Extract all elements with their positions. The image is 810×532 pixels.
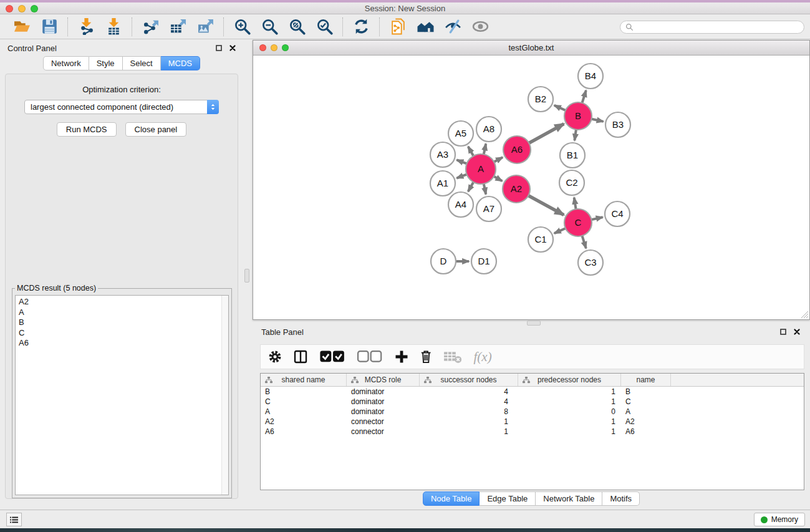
deselect-all-button[interactable] <box>357 347 382 366</box>
graph-node-B2[interactable]: B2 <box>528 87 553 112</box>
list-icon <box>9 516 19 524</box>
table-tab-node-table[interactable]: Node Table <box>423 491 480 506</box>
export-image-button[interactable] <box>195 17 216 37</box>
table-tab-network-table[interactable]: Network Table <box>536 491 602 506</box>
graph-edge-C-C1[interactable] <box>554 228 567 233</box>
graph-node-C4[interactable]: C4 <box>605 201 630 226</box>
import-table-button[interactable] <box>103 17 124 37</box>
graph-edge-A2-C[interactable] <box>528 195 564 215</box>
table-row[interactable]: A6connector11A6 <box>261 427 804 437</box>
close-panel-pushbutton[interactable]: Close panel <box>125 122 187 137</box>
network-close-button[interactable] <box>259 44 266 51</box>
graph-node-D1[interactable]: D1 <box>471 249 496 274</box>
select-all-button[interactable] <box>319 347 345 366</box>
hide-panel-button[interactable] <box>442 17 463 37</box>
graph-node-A6[interactable]: A6 <box>503 136 531 163</box>
column-layout-button[interactable] <box>294 347 307 366</box>
table-row[interactable]: A2connector11A2 <box>261 417 804 427</box>
vertical-split-handle[interactable] <box>244 269 249 283</box>
export-network-button[interactable] <box>140 17 161 37</box>
import-network-button[interactable] <box>75 17 97 37</box>
graph-node-A[interactable]: A <box>466 154 496 184</box>
graph-edge-B-B4[interactable] <box>582 90 586 104</box>
show-panel-button[interactable] <box>470 17 491 37</box>
float-icon <box>216 45 222 51</box>
delete-column-button[interactable] <box>420 347 432 366</box>
memory-button[interactable]: Memory <box>754 513 805 526</box>
zoom-in-button[interactable] <box>231 17 253 37</box>
column-header-MCDS-role[interactable]: MCDS role <box>347 374 420 386</box>
graph-node-D[interactable]: D <box>431 249 456 274</box>
network-zoom-button[interactable] <box>282 44 289 51</box>
mcds-result-item[interactable]: A2 <box>19 297 225 307</box>
graph-node-B3[interactable]: B3 <box>605 112 630 137</box>
table-tab-edge-table[interactable]: Edge Table <box>480 491 536 506</box>
column-header-shared-name[interactable]: shared name <box>261 374 347 386</box>
result-list-scrollbar[interactable] <box>221 296 228 495</box>
mcds-result-item[interactable]: A6 <box>19 338 225 349</box>
graph-node-B4[interactable]: B4 <box>578 64 603 89</box>
delete-table-button[interactable] <box>443 347 462 366</box>
function-builder-button[interactable]: f(x) <box>474 347 492 366</box>
tab-select[interactable]: Select <box>123 56 161 70</box>
mcds-result-item[interactable]: A <box>19 307 225 318</box>
graph-edge-C-C3[interactable] <box>582 235 586 248</box>
resize-grip-icon[interactable] <box>801 311 809 319</box>
search-field[interactable] <box>620 21 804 34</box>
network-canvas[interactable]: B4B2BB3A5A8A6B1A3AA1C2A2A4A7C4CC1C3DD1 <box>253 56 809 319</box>
graph-node-A8[interactable]: A8 <box>476 117 501 142</box>
mcds-result-item[interactable]: B <box>19 317 225 328</box>
refresh-button[interactable] <box>350 17 372 37</box>
graph-node-A5[interactable]: A5 <box>448 121 473 146</box>
add-column-button[interactable] <box>395 347 408 366</box>
criterion-dropdown[interactable]: largest connected component (directed) <box>24 100 219 114</box>
close-panel-button[interactable] <box>229 45 236 51</box>
column-header-predecessor-nodes[interactable]: predecessor nodes <box>518 374 621 386</box>
export-table-button[interactable] <box>167 17 188 37</box>
close-window-button[interactable] <box>6 5 13 12</box>
open-file-button[interactable] <box>11 17 32 37</box>
graph-node-B1[interactable]: B1 <box>560 143 585 168</box>
zoom-out-button[interactable] <box>259 17 280 37</box>
task-history-button[interactable] <box>6 513 22 526</box>
float-panel-button[interactable] <box>216 45 222 51</box>
graph-node-A7[interactable]: A7 <box>476 196 501 221</box>
graph-node-A4[interactable]: A4 <box>448 192 473 217</box>
table-row[interactable]: Cdominator41C <box>261 397 804 407</box>
graph-node-C1[interactable]: C1 <box>528 227 553 252</box>
graph-edge-B-B3[interactable] <box>591 118 604 122</box>
graph-node-B[interactable]: B <box>564 102 592 130</box>
zoom-fit-button[interactable] <box>286 17 307 37</box>
home-button[interactable] <box>415 17 436 37</box>
graph-edge-A6-B[interactable] <box>528 124 564 144</box>
graph-node-A1[interactable]: A1 <box>430 171 455 196</box>
float-table-panel-button[interactable] <box>780 329 786 335</box>
graph-node-A2[interactable]: A2 <box>503 175 530 203</box>
zoom-selected-button[interactable] <box>314 17 335 37</box>
graph-edge-B-B2[interactable] <box>554 105 567 111</box>
graph-edge-C-C2[interactable] <box>574 198 576 211</box>
copy-network-button[interactable] <box>387 17 408 37</box>
close-table-panel-button[interactable] <box>794 329 800 335</box>
zoom-window-button[interactable] <box>31 5 38 12</box>
export-network-icon <box>142 18 159 35</box>
save-session-button[interactable] <box>39 17 60 37</box>
graph-node-C3[interactable]: C3 <box>578 250 603 275</box>
tab-network[interactable]: Network <box>43 56 89 70</box>
tab-style[interactable]: Style <box>89 56 123 70</box>
graph-node-A3[interactable]: A3 <box>430 142 455 167</box>
table-row[interactable]: Adominator80A <box>261 407 804 417</box>
minimize-window-button[interactable] <box>18 5 26 12</box>
run-mcds-button[interactable]: Run MCDS <box>57 122 117 137</box>
search-input[interactable] <box>637 23 799 32</box>
network-minimize-button[interactable] <box>271 44 277 51</box>
tab-mcds[interactable]: MCDS <box>161 56 200 70</box>
graph-node-C2[interactable]: C2 <box>559 170 584 195</box>
column-header-name[interactable]: name <box>621 374 671 386</box>
table-tab-motifs[interactable]: Motifs <box>602 491 640 506</box>
mcds-result-item[interactable]: C <box>19 328 225 339</box>
table-row[interactable]: Bdominator41B <box>261 387 804 397</box>
graph-node-C[interactable]: C <box>564 209 592 236</box>
column-header-successor-nodes[interactable]: successor nodes <box>420 374 518 386</box>
settings-gear-button[interactable] <box>268 347 282 366</box>
